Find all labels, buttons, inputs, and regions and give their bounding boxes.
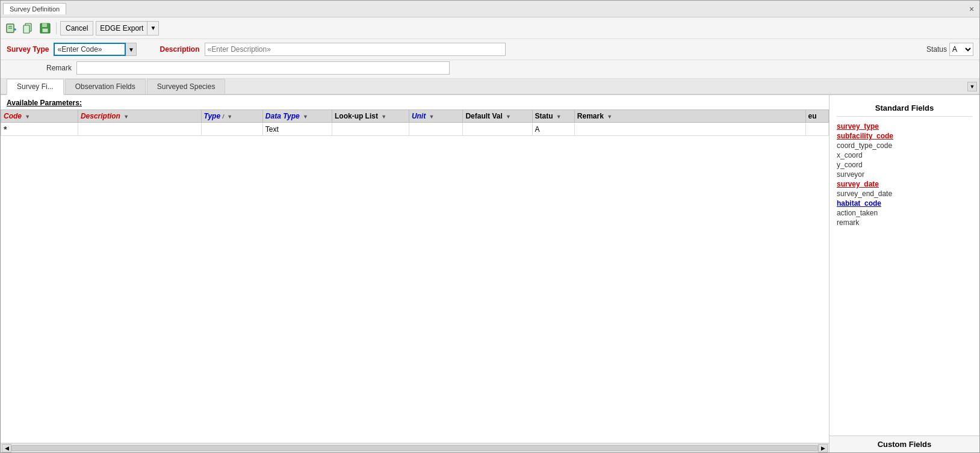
svg-rect-9 (42, 28, 48, 32)
field-remark[interactable]: remark (837, 218, 972, 227)
scroll-right-arrow[interactable]: ▶ (818, 444, 828, 452)
col-header-eu: eu (805, 110, 828, 123)
row-type (201, 123, 262, 136)
star-cell: * (1, 123, 78, 136)
survey-type-input[interactable] (54, 43, 126, 56)
field-action-taken[interactable]: action_taken (837, 208, 972, 218)
col-header-description: Description ▼ (78, 110, 201, 123)
col-header-type: Type / ▼ (201, 110, 262, 123)
status-select[interactable]: A I (949, 43, 973, 56)
scroll-track[interactable] (11, 445, 818, 451)
field-survey-type[interactable]: survey_type (837, 122, 972, 131)
right-panel: Standard Fields survey_type subfacility_… (829, 95, 979, 452)
code-filter-icon[interactable]: ▼ (25, 114, 30, 120)
status-filter-icon[interactable]: ▼ (556, 114, 562, 120)
status-label: Status (926, 45, 947, 54)
status-area: Status A I (926, 43, 973, 56)
toolbar: Cancel EDGE Export ▼ (1, 17, 979, 39)
main-panel: Available Parameters: Code ▼ Description… (1, 95, 829, 452)
field-x-coord[interactable]: x_coord (837, 150, 972, 160)
remark-filter-icon[interactable]: ▼ (607, 114, 612, 120)
col-header-unit: Unit ▼ (409, 110, 463, 123)
field-y-coord[interactable]: y_coord (837, 160, 972, 170)
tabs-bar: Survey Fi... Observation Fields Surveyed… (1, 79, 979, 95)
tab-surveyed-species[interactable]: Surveyed Species (147, 79, 226, 94)
description-input[interactable] (205, 43, 506, 56)
row-unit (409, 123, 463, 136)
survey-type-combo: ▼ (54, 43, 137, 56)
col-header-status: Statu ▼ (532, 110, 574, 123)
tab-survey-fields[interactable]: Survey Fi... (7, 79, 64, 95)
horizontal-scrollbar: ◀ ▶ (1, 443, 829, 452)
main-window: Survey Definition × (0, 0, 980, 453)
title-bar: Survey Definition × (1, 1, 979, 17)
add-record-icon[interactable] (4, 21, 19, 35)
custom-fields-title: Custom Fields (830, 436, 979, 452)
datatype-filter-icon[interactable]: ▼ (303, 114, 308, 120)
svg-rect-8 (42, 23, 47, 27)
description-label: Description (160, 45, 199, 54)
field-habitat-code[interactable]: habitat_code (837, 199, 972, 208)
field-survey-date[interactable]: survey_date (837, 179, 972, 189)
content-area: Available Parameters: Code ▼ Description… (1, 95, 979, 452)
tab-observation-fields[interactable]: Observation Fields (65, 79, 146, 94)
tabs-dropdown[interactable]: ▼ (967, 82, 977, 91)
row-defaultval (463, 123, 532, 136)
defaultval-filter-icon[interactable]: ▼ (506, 114, 511, 120)
close-button[interactable]: × (966, 4, 977, 14)
row-status: A (532, 123, 574, 136)
grid-container[interactable]: Code ▼ Description ▼ Type / ▼ Data Type … (1, 109, 829, 443)
remark-input[interactable] (76, 61, 450, 75)
row-datatype: Text (262, 123, 332, 136)
remark-label: Remark (46, 64, 72, 72)
new-row: * Text A (1, 123, 829, 136)
col-header-remark: Remark ▼ (574, 110, 805, 123)
form-area: Survey Type ▼ Description Status A I (1, 39, 979, 60)
standard-fields-section: Standard Fields survey_type subfacility_… (830, 95, 979, 232)
remark-row: Remark (1, 60, 979, 79)
edge-export-button[interactable]: EDGE Export (96, 21, 147, 35)
row-description (78, 123, 201, 136)
edge-export-group: EDGE Export ▼ (96, 21, 159, 35)
toolbar-separator (56, 22, 57, 34)
field-subfacility-code[interactable]: subfacility_code (837, 131, 972, 141)
field-survey-end-date[interactable]: survey_end_date (837, 189, 972, 199)
lookup-filter-icon[interactable]: ▼ (381, 114, 386, 120)
field-coord-type-code[interactable]: coord_type_code (837, 141, 972, 150)
survey-type-dropdown[interactable]: ▼ (126, 43, 137, 56)
col-header-defaultval: Default Val ▼ (463, 110, 532, 123)
field-surveyor[interactable]: surveyor (837, 170, 972, 179)
unit-filter-icon[interactable]: ▼ (429, 114, 435, 120)
row-remark (574, 123, 805, 136)
right-panel-spacer (830, 232, 979, 436)
cancel-button[interactable]: Cancel (60, 21, 93, 35)
col-header-datatype: Data Type ▼ (262, 110, 332, 123)
row-lookup (332, 123, 409, 136)
edge-export-dropdown[interactable]: ▼ (147, 21, 159, 35)
available-params-label: Available Parameters: (1, 95, 829, 109)
title-tab: Survey Definition (3, 3, 66, 14)
svg-rect-6 (23, 25, 29, 33)
col-header-code: Code ▼ (1, 110, 78, 123)
save-icon[interactable] (38, 21, 52, 35)
copy-record-icon[interactable] (21, 21, 36, 35)
col-header-lookup: Look-up List ▼ (332, 110, 409, 123)
parameters-table: Code ▼ Description ▼ Type / ▼ Data Type … (1, 109, 829, 136)
desc-filter-icon[interactable]: ▼ (123, 114, 129, 120)
survey-type-label: Survey Type (7, 45, 49, 54)
standard-fields-title: Standard Fields (837, 100, 972, 117)
row-eu (805, 123, 828, 136)
type-filter-icon[interactable]: ▼ (227, 114, 232, 120)
scroll-left-arrow[interactable]: ◀ (2, 444, 11, 452)
